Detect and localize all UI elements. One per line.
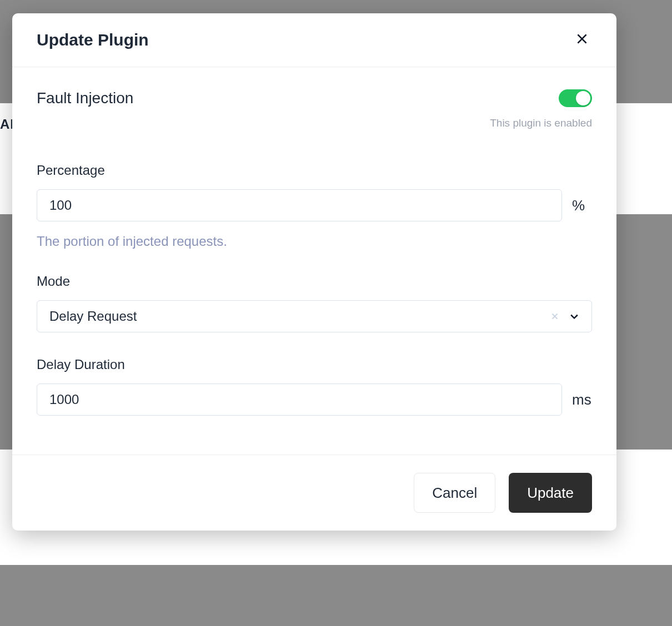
select-icons — [550, 300, 592, 332]
percentage-input[interactable] — [37, 189, 562, 221]
delay-duration-suffix: ms — [572, 391, 592, 408]
close-button[interactable] — [572, 30, 592, 50]
mode-field: Mode Delay Request — [37, 274, 592, 332]
chevron-down-icon[interactable] — [569, 311, 580, 322]
modal-header: Update Plugin — [12, 13, 616, 67]
modal-body: Fault Injection This plugin is enabled P… — [12, 67, 616, 455]
percentage-label: Percentage — [37, 163, 592, 178]
modal-title: Update Plugin — [37, 31, 149, 49]
toggle-column: This plugin is enabled — [490, 89, 592, 129]
update-button[interactable]: Update — [509, 473, 592, 513]
update-plugin-modal: Update Plugin Fault Injection This plugi… — [12, 13, 616, 531]
percentage-hint: The portion of injected requests. — [37, 234, 592, 249]
mode-select-wrap: Delay Request — [37, 300, 592, 332]
close-icon — [575, 32, 589, 48]
clear-icon[interactable] — [550, 311, 560, 321]
plugin-enabled-toggle[interactable] — [559, 89, 592, 107]
percentage-field: Percentage % The portion of injected req… — [37, 163, 592, 249]
delay-duration-label: Delay Duration — [37, 357, 592, 372]
cancel-button[interactable]: Cancel — [414, 473, 495, 513]
delay-duration-input-row: ms — [37, 383, 592, 416]
plugin-name: Fault Injection — [37, 89, 133, 107]
delay-duration-field: Delay Duration ms — [37, 357, 592, 416]
mode-label: Mode — [37, 274, 592, 289]
mode-select[interactable]: Delay Request — [37, 300, 592, 332]
plugin-enabled-hint: This plugin is enabled — [490, 117, 592, 129]
delay-duration-input[interactable] — [37, 383, 562, 416]
percentage-suffix: % — [572, 197, 592, 214]
plugin-header-row: Fault Injection This plugin is enabled — [37, 89, 592, 129]
toggle-knob — [576, 91, 590, 105]
percentage-input-row: % — [37, 189, 592, 221]
mode-select-value: Delay Request — [49, 309, 137, 324]
modal-footer: Cancel Update — [12, 455, 616, 531]
